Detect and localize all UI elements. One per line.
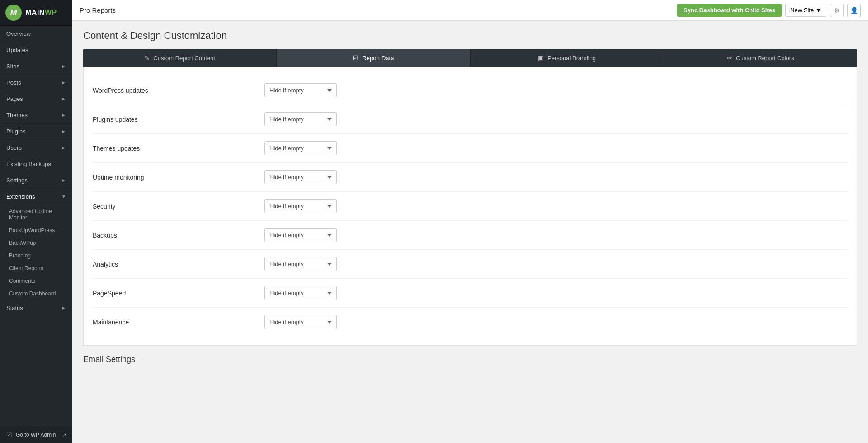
settings-row-pagespeed: PageSpeedHide if emptyAlways showAlways … [93,279,848,308]
sidebar-sub-item-backwpup[interactable]: BackWPup [0,237,72,249]
page-title: Content & Design Customization [83,30,857,42]
chevron-down-icon: ▼ [61,194,66,199]
sidebar-footer-go-to-wp-admin[interactable]: ☑ Go to WP Admin ↗ [0,426,72,443]
header-title: Pro Reports [80,6,116,14]
sidebar-sub-item-custom-dashboard[interactable]: Custom Dashboard [0,287,72,300]
settings-control-pagespeed: Hide if emptyAlways showAlways hide [264,286,337,300]
sidebar-item-plugins[interactable]: Plugins ► [0,124,72,140]
checkbox-icon: ☑ [353,54,359,62]
dropdown-uptime-monitoring[interactable]: Hide if emptyAlways showAlways hide [264,170,337,184]
dropdown-pagespeed[interactable]: Hide if emptyAlways showAlways hide [264,286,337,300]
settings-row-analytics: AnalyticsHide if emptyAlways showAlways … [93,250,848,279]
dropdown-wordpress-updates[interactable]: Hide if emptyAlways showAlways hide [264,83,337,97]
wp-admin-icon: ☑ [6,431,12,438]
sync-dashboard-button[interactable]: Sync Dashboard with Child Sites [677,4,782,17]
sidebar-item-sites[interactable]: Sites ► [0,58,72,75]
content-box: WordPress updatesHide if emptyAlways sho… [83,67,857,346]
settings-label-themes-updates: Themes updates [93,145,264,152]
settings-rows-container: WordPress updatesHide if emptyAlways sho… [93,76,848,336]
sidebar: M MAINWP Overview Updates Sites ► Posts … [0,0,72,443]
settings-label-pagespeed: PageSpeed [93,290,264,297]
settings-row-backups: BackupsHide if emptyAlways showAlways hi… [93,221,848,250]
dropdown-backups[interactable]: Hide if emptyAlways showAlways hide [264,228,337,242]
dropdown-security[interactable]: Hide if emptyAlways showAlways hide [264,199,337,213]
settings-label-plugins-updates: Plugins updates [93,116,264,123]
tab-report-data[interactable]: ☑ Report Data [277,49,470,67]
chevron-right-icon: ► [61,145,66,150]
settings-row-wordpress-updates: WordPress updatesHide if emptyAlways sho… [93,76,848,105]
sidebar-item-settings[interactable]: Settings ► [0,172,72,189]
settings-row-plugins-updates: Plugins updatesHide if emptyAlways showA… [93,105,848,134]
edit-icon: ✎ [144,54,150,62]
chevron-right-icon: ► [61,80,66,85]
chevron-right-icon: ► [61,64,66,69]
palette-icon: ✏ [727,54,732,62]
dropdown-maintanence[interactable]: Hide if emptyAlways showAlways hide [264,315,337,329]
sidebar-item-pages[interactable]: Pages ► [0,91,72,107]
branding-icon: ▣ [538,54,544,62]
header-actions: Sync Dashboard with Child Sites New Site… [677,4,861,17]
settings-control-themes-updates: Hide if emptyAlways showAlways hide [264,141,337,155]
settings-label-backups: Backups [93,232,264,239]
sidebar-item-themes[interactable]: Themes ► [0,107,72,124]
sidebar-item-extensions[interactable]: Extensions ▼ [0,189,72,205]
chevron-right-icon: ► [61,178,66,183]
dropdown-themes-updates[interactable]: Hide if emptyAlways showAlways hide [264,141,337,155]
tabs-container: ✎ Custom Report Content ☑ Report Data ▣ … [83,49,857,67]
sidebar-logo[interactable]: M MAINWP [0,0,72,26]
settings-label-security: Security [93,203,264,210]
settings-control-maintanence: Hide if emptyAlways showAlways hide [264,315,337,329]
chevron-right-icon: ► [61,129,66,134]
settings-label-analytics: Analytics [93,261,264,268]
sidebar-sub-item-advanced-uptime[interactable]: Advanced Uptime Monitor [0,205,72,224]
header: Pro Reports Sync Dashboard with Child Si… [72,0,868,21]
user-profile-button[interactable]: 👤 [847,4,861,17]
sidebar-item-posts[interactable]: Posts ► [0,75,72,91]
settings-control-analytics: Hide if emptyAlways showAlways hide [264,257,337,271]
dropdown-analytics[interactable]: Hide if emptyAlways showAlways hide [264,257,337,271]
settings-row-maintanence: MaintanenceHide if emptyAlways showAlway… [93,308,848,336]
settings-control-wordpress-updates: Hide if emptyAlways showAlways hide [264,83,337,97]
settings-control-plugins-updates: Hide if emptyAlways showAlways hide [264,112,337,126]
sidebar-item-existing-backups[interactable]: Existing Backups [0,156,72,172]
settings-control-uptime-monitoring: Hide if emptyAlways showAlways hide [264,170,337,184]
chevron-right-icon: ► [61,305,66,310]
settings-icon-button[interactable]: ⚙ [830,4,844,17]
sidebar-logo-text: MAINWP [25,9,57,17]
new-site-button[interactable]: New Site ▼ [785,4,826,17]
content-area: Content & Design Customization ✎ Custom … [72,21,868,443]
chevron-down-icon: ▼ [816,7,821,14]
chevron-right-icon: ► [61,96,66,101]
settings-row-security: SecurityHide if emptyAlways showAlways h… [93,192,848,221]
settings-label-wordpress-updates: WordPress updates [93,87,264,94]
sidebar-item-status[interactable]: Status ► [0,300,72,316]
sidebar-sub-item-backupwordpress[interactable]: BackUpWordPress [0,224,72,237]
email-settings-title: Email Settings [83,355,857,364]
sidebar-item-updates[interactable]: Updates [0,42,72,58]
settings-control-backups: Hide if emptyAlways showAlways hide [264,228,337,242]
settings-label-uptime-monitoring: Uptime monitoring [93,174,264,181]
sidebar-sub-item-client-reports[interactable]: Client Reports [0,262,72,275]
tab-personal-branding[interactable]: ▣ Personal Branding [471,49,664,67]
settings-row-uptime-monitoring: Uptime monitoringHide if emptyAlways sho… [93,163,848,192]
tab-custom-report-content[interactable]: ✎ Custom Report Content [83,49,277,67]
sidebar-sub-item-branding[interactable]: Branding [0,249,72,262]
sidebar-sub-item-comments[interactable]: Comments [0,275,72,287]
settings-label-maintanence: Maintanence [93,319,264,326]
mainwp-logo-icon: M [5,5,22,21]
external-link-icon: ↗ [62,433,66,438]
main-content: Pro Reports Sync Dashboard with Child Si… [72,0,868,443]
settings-control-security: Hide if emptyAlways showAlways hide [264,199,337,213]
sidebar-item-users[interactable]: Users ► [0,140,72,156]
chevron-right-icon: ► [61,113,66,118]
dropdown-plugins-updates[interactable]: Hide if emptyAlways showAlways hide [264,112,337,126]
settings-row-themes-updates: Themes updatesHide if emptyAlways showAl… [93,134,848,163]
tab-custom-report-colors[interactable]: ✏ Custom Report Colors [664,49,857,67]
sidebar-item-overview[interactable]: Overview [0,26,72,42]
